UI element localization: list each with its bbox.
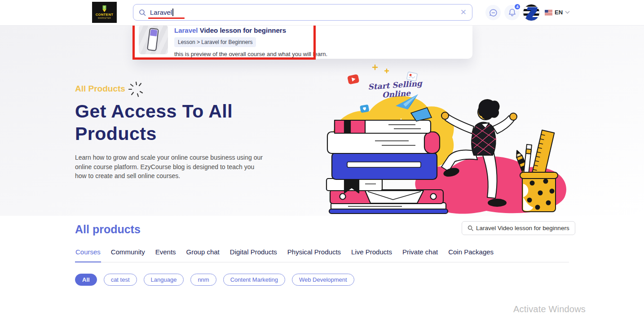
search-result-item[interactable]: Laravel Video lesson for beginners Lesso…: [139, 25, 327, 57]
search-icon: [139, 9, 146, 16]
result-thumbnail: [139, 25, 168, 54]
sparkle-burst-icon: [128, 79, 145, 97]
avatar-logo-icon: [523, 4, 539, 21]
category-language[interactable]: Language: [144, 274, 184, 286]
tab-private-chat[interactable]: Private chat: [402, 248, 438, 262]
result-title-highlight: Laravel: [174, 26, 198, 34]
notification-badge: 4: [514, 3, 521, 10]
avatar[interactable]: [523, 4, 540, 21]
category-filters: All cat test Language nnm Content Market…: [75, 274, 354, 286]
applied-search-chip[interactable]: Laravel Video lesson for beginners: [462, 221, 575, 235]
site-logo[interactable]: CONTENT MARKETER: [92, 2, 117, 23]
result-title: Laravel Video lesson for beginners: [174, 26, 327, 34]
product-tabs: Courses Community Events Group chat Digi…: [75, 248, 569, 262]
category-nnm[interactable]: nnm: [190, 274, 216, 286]
category-all[interactable]: All: [75, 274, 97, 286]
header: CONTENT MARKETER Laravel ✕ 4: [0, 0, 644, 26]
activate-windows-watermark: Activate Windows: [513, 304, 586, 314]
category-cat-test[interactable]: cat test: [104, 274, 137, 286]
tab-group-chat[interactable]: Group chat: [186, 248, 220, 262]
language-label: EN: [555, 9, 563, 16]
logo-text-secondary: MARKETER: [98, 17, 111, 19]
category-web-development[interactable]: Web Development: [292, 274, 354, 286]
tab-courses[interactable]: Courses: [75, 248, 101, 262]
products-section: All products Laravel Video lesson for be…: [0, 216, 644, 314]
chevron-down-icon: [565, 11, 570, 14]
text-caret: [172, 9, 173, 16]
search-icon: [468, 225, 473, 231]
hero-illustration: Start Selling Online: [321, 63, 573, 215]
hero-title: Get Access To All Products: [75, 100, 277, 145]
tab-community[interactable]: Community: [110, 248, 146, 262]
search-input[interactable]: Laravel ✕: [133, 4, 472, 21]
result-description: this is preview of the overall course an…: [174, 51, 327, 57]
hero-eyebrow: All Products: [75, 84, 125, 94]
hero-description-line: how to create and sell online courses.: [75, 171, 263, 181]
photo-icon: [406, 72, 417, 81]
us-flag-icon: [545, 10, 552, 15]
tab-events[interactable]: Events: [155, 248, 176, 262]
hero-description: Learn how to grow and scale your online …: [75, 153, 263, 181]
tab-physical-products[interactable]: Physical Products: [287, 248, 341, 262]
annotation-underline: [148, 17, 185, 19]
tab-live-products[interactable]: Live Products: [351, 248, 393, 262]
applied-search-chip-label: Laravel Video lesson for beginners: [476, 225, 569, 231]
play-icon: [347, 74, 359, 85]
language-selector[interactable]: EN: [545, 9, 570, 16]
products-heading: All products: [75, 223, 141, 236]
hero-description-line: Learn how to grow and scale your online …: [75, 153, 263, 162]
result-breadcrumb: Lesson > Laravel for Beginners: [174, 37, 256, 47]
search-value: Laravel: [150, 9, 172, 16]
chat-button[interactable]: [485, 5, 501, 20]
phone-mockup: [147, 28, 159, 51]
tab-coin-packages[interactable]: Coin Packages: [448, 248, 494, 262]
hero-description-line: online course platform. EzyCourse blog i…: [75, 162, 263, 172]
tab-digital-products[interactable]: Digital Products: [229, 248, 278, 262]
pencil-icon: [101, 5, 107, 12]
logo-text-primary: CONTENT: [96, 13, 114, 17]
chat-icon: [489, 9, 498, 17]
category-content-marketing[interactable]: Content Marketing: [223, 274, 285, 286]
clear-search-icon[interactable]: ✕: [460, 9, 467, 16]
heart-icon: [360, 105, 369, 113]
notifications-button[interactable]: 4: [504, 5, 520, 20]
result-title-rest: Video lesson for beginners: [198, 26, 286, 34]
search-results-dropdown: Laravel Video lesson for beginners Lesso…: [133, 21, 472, 59]
